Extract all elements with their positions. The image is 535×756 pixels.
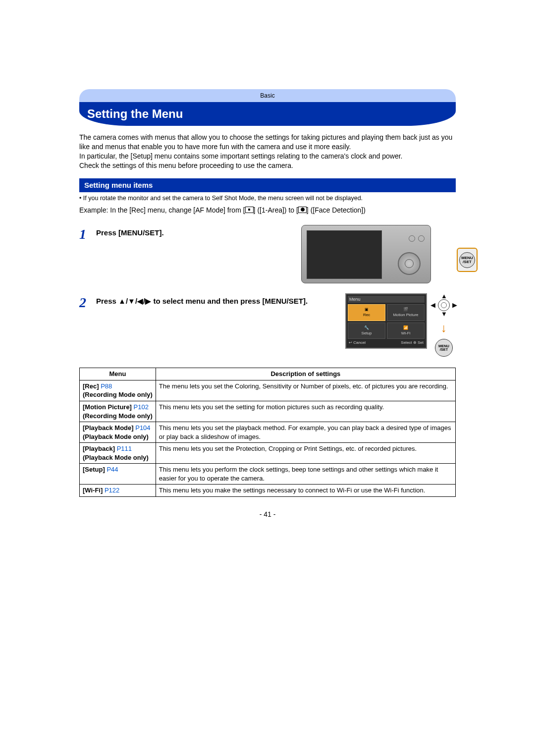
table-row: [Playback Mode] P104 (Playback Mode only… [80, 422, 456, 443]
menu-description: This menu lets you make the settings nec… [156, 485, 455, 497]
intro-paragraph-1: The camera comes with menus that allow y… [79, 133, 456, 152]
wifi-icon: 📶 [387, 325, 424, 331]
menu-name: [Setup] [83, 466, 105, 473]
menu-name: [Rec] [83, 382, 99, 390]
menu-name: [Wi-Fi] [83, 486, 103, 494]
wrench-icon: 🔧 [348, 325, 385, 331]
section-header: Setting menu items [79, 178, 456, 192]
menu-description-table: Menu Description of settings [Rec] P88 (… [79, 368, 456, 497]
dpad-column: ▲ ▼ ◀ ▶ ↓ MENU /SET [432, 293, 456, 357]
step-number: 1 [79, 225, 96, 244]
menu-tile-motion: 🎬 Motion Picture [387, 304, 425, 321]
menu-tile-setup: 🔧 Setup [348, 323, 385, 339]
menu-tile-label: Wi-Fi [387, 331, 424, 336]
table-row: [Rec] P88 (Recording Mode only) The menu… [80, 380, 456, 401]
menu-tile-label: Rec [348, 313, 385, 318]
dpad-icon: ▲ ▼ ◀ ▶ [432, 293, 456, 317]
table-row: [Wi-Fi] P122 This menu lets you make the… [80, 485, 456, 497]
menu-set-button-icon: MENU /SET [435, 339, 453, 357]
menu-description: The menu lets you set the Coloring, Sens… [156, 380, 455, 401]
page-link[interactable]: P102 [134, 403, 149, 411]
arrow-left-icon: ◀ [430, 301, 435, 310]
menu-footer-cancel: ↩ Cancel [349, 340, 366, 346]
menu-name: [Playback] [83, 445, 115, 452]
movie-icon: 🎬 [387, 307, 424, 313]
menu-description: This menu lets you set the setting for m… [156, 401, 455, 422]
camera-control-dial [398, 252, 421, 275]
camera-lcd [307, 230, 382, 279]
menuset-label-bottom: /SET [463, 260, 472, 264]
menuset-label-bottom: /SET [440, 348, 448, 352]
menu-screen-title: Menu [348, 296, 425, 303]
table-row: [Playback] P111 (Playback Mode only) Thi… [80, 443, 456, 464]
page-link[interactable]: P88 [101, 382, 112, 390]
camera-illustration: MENU /SET [301, 225, 456, 283]
example-text-2: ] ([1-Area]) to [ [254, 206, 298, 214]
dpad-center [438, 299, 450, 311]
face-detection-icon [298, 207, 307, 213]
menu-tile-label: Motion Picture [387, 313, 424, 318]
table-header-menu: Menu [80, 368, 156, 380]
self-shot-note: • If you rotate the monitor and set the … [79, 194, 456, 203]
example-text-1: Example: In the [Rec] menu, change [AF M… [79, 206, 245, 214]
page-link[interactable]: P104 [135, 424, 150, 432]
menu-description: This menu lets you set the Protection, C… [156, 443, 455, 464]
page-title: Setting the Menu [79, 102, 456, 126]
menu-navigation-illustration: Menu ▣ Rec 🎬 Motion Picture 🔧 Setup [345, 293, 456, 357]
step-instruction: Press ▲/▼/◀/▶ to select menu and then pr… [96, 293, 340, 306]
example-line: Example: In the [Rec] menu, change [AF M… [79, 206, 456, 215]
menu-tile-rec: ▣ Rec [348, 304, 385, 321]
intro-paragraph-2: In particular, the [Setup] menu contains… [79, 152, 456, 161]
manual-page: Basic Setting the Menu The camera comes … [79, 89, 456, 519]
step-instruction: Press [MENU/SET]. [96, 225, 296, 238]
menu-name: [Motion Picture] [83, 403, 132, 411]
menu-footer-select: Select ⊕ Set [401, 340, 424, 346]
intro-paragraph-3: Check the settings of this menu before p… [79, 161, 456, 170]
page-link[interactable]: P44 [107, 466, 118, 473]
step-number: 2 [79, 293, 96, 312]
menu-description: This menu lets you perform the clock set… [156, 464, 455, 485]
intro-block: The camera comes with menus that allow y… [79, 133, 456, 170]
table-row: [Motion Picture] P102 (Recording Mode on… [80, 401, 456, 422]
table-header-desc: Description of settings [156, 368, 455, 380]
menu-set-button-callout: MENU /SET [457, 248, 478, 272]
arrow-down-icon: ▼ [441, 310, 447, 319]
menu-mode-note: (Playback Mode only) [83, 433, 149, 440]
page-link[interactable]: P111 [117, 445, 132, 452]
menu-tile-label: Setup [348, 331, 385, 336]
menu-mode-note: (Recording Mode only) [83, 391, 153, 398]
page-number: - 41 - [79, 510, 456, 519]
menu-mode-note: (Recording Mode only) [83, 412, 153, 420]
camera-buttons [409, 235, 425, 242]
camera-back-view [301, 225, 431, 283]
flow-arrow-down-icon: ↓ [441, 320, 447, 336]
camera-icon: ▣ [348, 307, 385, 313]
menu-tile-wifi: 📶 Wi-Fi [387, 323, 425, 339]
menu-name: [Playback Mode] [83, 424, 134, 432]
menu-description: This menu lets you set the playback meth… [156, 422, 455, 443]
step-1: 1 Press [MENU/SET]. MENU /SET [79, 225, 456, 283]
table-row: [Setup] P44 This menu lets you perform t… [80, 464, 456, 485]
menu-screen: Menu ▣ Rec 🎬 Motion Picture 🔧 Setup [345, 293, 427, 349]
example-text-3: ] ([Face Detection]) [307, 206, 366, 214]
arrow-right-icon: ▶ [452, 301, 457, 310]
menu-mode-note: (Playback Mode only) [83, 454, 149, 461]
one-area-icon [245, 207, 254, 213]
page-link[interactable]: P122 [105, 486, 119, 494]
breadcrumb: Basic [79, 89, 456, 102]
step-2: 2 Press ▲/▼/◀/▶ to select menu and then … [79, 293, 456, 357]
